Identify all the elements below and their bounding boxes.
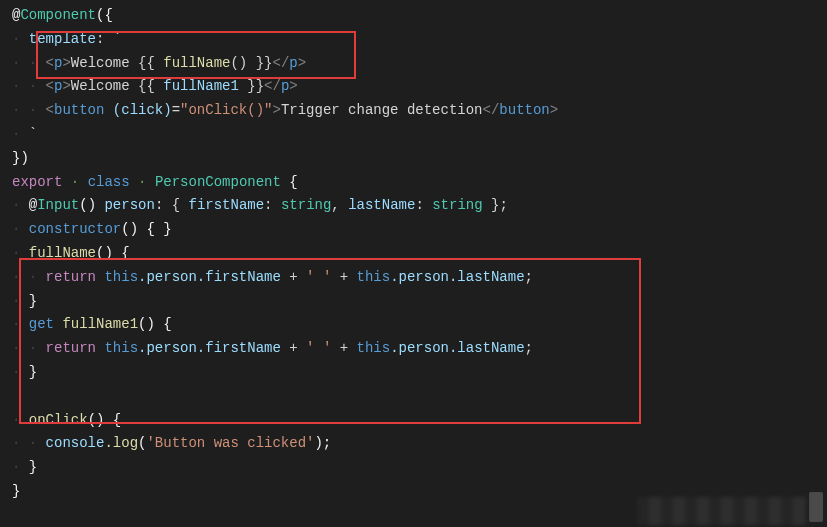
code-line: · } [0,290,827,314]
code-line: · fullName() { [0,242,827,266]
code-editor[interactable]: @Component({ · template: ` · · <p>Welcom… [0,4,827,504]
code-line: · ` [0,123,827,147]
code-line: @Component({ [0,4,827,28]
code-line: · onClick() { [0,409,827,433]
code-line: · @Input() person: { firstName: string, … [0,194,827,218]
code-line: · · console.log('Button was clicked'); [0,432,827,456]
code-line: }) [0,147,827,171]
code-line: · get fullName1() { [0,313,827,337]
scrollbar-thumb[interactable] [809,492,823,522]
code-line: · · <button (click)="onClick()">Trigger … [0,99,827,123]
code-line: · } [0,456,827,480]
code-line: · template: ` [0,28,827,52]
code-line: · · <p>Welcome {{ fullName1 }}</p> [0,75,827,99]
code-line: · · return this.person.firstName + ' ' +… [0,337,827,361]
code-line: · · <p>Welcome {{ fullName() }}</p> [0,52,827,76]
code-line [0,385,827,409]
code-line: · constructor() { } [0,218,827,242]
code-line: · } [0,361,827,385]
watermark-blur [637,497,807,525]
code-line: export · class · PersonComponent { [0,171,827,195]
code-line: · · return this.person.firstName + ' ' +… [0,266,827,290]
